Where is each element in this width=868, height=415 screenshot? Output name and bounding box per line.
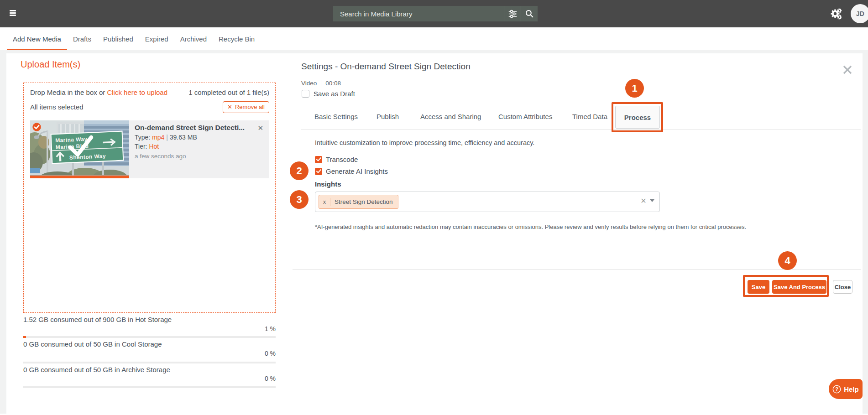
tab-published[interactable]: Published [97,27,139,50]
save-and-process-button[interactable]: Save And Process [772,280,826,294]
cool-storage-label: 0 GB consumed out of 50 GB in Cool Stora… [23,340,162,348]
archive-storage-percent: 0 % [23,375,276,382]
upload-progress-bar [30,176,129,178]
file-size: 39.63 MB [170,134,197,141]
filter-sliders-icon [508,10,517,18]
insights-label: Insights [315,180,341,188]
select-caret-icon[interactable] [650,199,654,202]
media-item-type-row: Type: mp4 | 39.63 MB [135,134,263,141]
app-root: JD Add New Media Drafts Published Expire… [0,0,868,415]
settings-tabs-divider [301,129,861,130]
settings-title: Settings - On-demand Street Sign Detecti… [301,62,471,72]
archive-storage-label: 0 GB consumed out of 50 GB in Archive St… [23,366,170,374]
settings-tab-basic-settings[interactable]: Basic Settings [314,113,358,120]
tier-label: Tier: [135,143,147,150]
hot-storage-percent: 1 % [23,325,276,332]
tab-drafts[interactable]: Drafts [67,27,97,50]
video-duration-divider [321,80,321,86]
right-gutter [863,50,868,414]
dropzone-selection-row: All items selected ✕ Remove all [30,101,269,113]
save-as-draft-row: Save as Draft [302,90,355,98]
process-description: Intuitive customization to improve proce… [315,139,534,146]
media-duration-text: 00:08 [325,80,341,87]
save-as-draft-checkbox[interactable] [302,90,309,98]
drop-media-text: Drop Media in the box or Click here to u… [30,88,167,96]
chip-label: Street Sign Detection [335,198,393,205]
tier-value: Hot [149,143,159,150]
top-header-bar: JD [0,0,868,27]
close-button[interactable]: Close [833,280,852,294]
settings-tab-access-and-sharing[interactable]: Access and Sharing [420,113,481,120]
check-icon [316,157,321,161]
check-icon [316,169,321,173]
click-to-upload-link[interactable]: Click here to upload [107,88,167,96]
search-input[interactable] [333,6,504,21]
help-question-icon: ? [832,385,841,394]
user-avatar[interactable]: JD [851,4,868,23]
help-button[interactable]: ? Help [829,379,863,399]
drop-text: Drop Media in the box or [30,88,105,96]
media-library-search [333,6,538,21]
dropzone-header-row: Drop Media in the box or Click here to u… [30,88,269,97]
admin-gears-icon[interactable] [830,8,842,20]
chip-divider [330,198,330,206]
hamburger-menu-icon[interactable] [10,10,16,16]
settings-close-icon[interactable] [842,65,852,75]
upload-dropzone[interactable] [23,83,276,313]
ai-disclaimer-note: *AI-generated insights and automatic red… [315,223,746,230]
type-value: mp4 [152,134,164,141]
library-tabs: Add New Media Drafts Published Expired A… [0,27,868,50]
tab-add-new-media[interactable]: Add New Media [7,27,67,50]
transcode-label: Transcode [326,156,358,163]
generate-ai-insights-label: Generate AI Insights [326,167,388,175]
search-submit-button[interactable] [521,6,538,21]
media-item-remove-icon[interactable]: ✕ [257,124,263,131]
media-type-duration-row: Video 00:08 [301,79,341,87]
cool-storage-percent: 0 % [23,350,276,357]
settings-tab-timed-data[interactable]: Timed Data [572,113,607,120]
all-items-selected-text: All items selected [30,103,84,111]
svg-text:?: ? [835,386,838,392]
transcode-row: Transcode [315,156,358,163]
media-type-text: Video [301,80,317,87]
insight-tag-chip: x Street Sign Detection [319,195,398,209]
hot-storage-label: 1.52 GB consumed out of 900 GB in Hot St… [23,316,172,323]
tab-recycle-bin[interactable]: Recycle Bin [213,27,261,50]
remove-all-label: Remove all [235,104,265,110]
settings-tab-publish[interactable]: Publish [376,113,399,120]
media-item-title: On-demand Street Sign Detecti... [135,124,252,132]
insights-select[interactable]: x Street Sign Detection [315,192,660,212]
archive-storage-bar [23,386,276,388]
media-item-info: On-demand Street Sign Detecti... ✕ Type:… [129,120,269,178]
cool-storage-bar [23,362,276,363]
media-item-timestamp: a few seconds ago [135,153,263,160]
upload-progress-count: 1 completed out of 1 file(s) [188,88,269,96]
upload-items-title: Upload Item(s) [21,59,80,70]
type-separator: | [166,134,168,141]
tab-archived[interactable]: Archived [174,27,213,50]
search-icon [525,10,533,18]
type-label: Type: [135,134,150,141]
transcode-checkbox[interactable] [315,156,322,163]
remove-all-button[interactable]: ✕ Remove all [223,101,269,113]
help-label: Help [844,385,859,393]
save-as-draft-label: Save as Draft [314,90,355,98]
settings-tab-custom-attributes[interactable]: Custom Attributes [498,113,552,120]
chip-remove-icon[interactable]: x [319,199,330,205]
remove-all-x-icon: ✕ [227,104,232,110]
select-clear-icon[interactable]: ✕ [640,197,647,206]
settings-tab-process[interactable]: Process [615,106,660,129]
tab-expired[interactable]: Expired [139,27,174,50]
generate-ai-insights-checkbox[interactable] [315,168,322,175]
search-filter-button[interactable] [504,6,521,21]
media-item-tier-row: Tier: Hot [135,143,263,150]
save-button[interactable]: Save [748,280,769,294]
hot-storage-bar [23,336,276,338]
media-item-thumbnail[interactable]: Marina Way Marina Blvd Shenton Way [30,120,129,178]
generate-ai-insights-row: Generate AI Insights [315,167,388,175]
footer-divider [293,269,861,270]
